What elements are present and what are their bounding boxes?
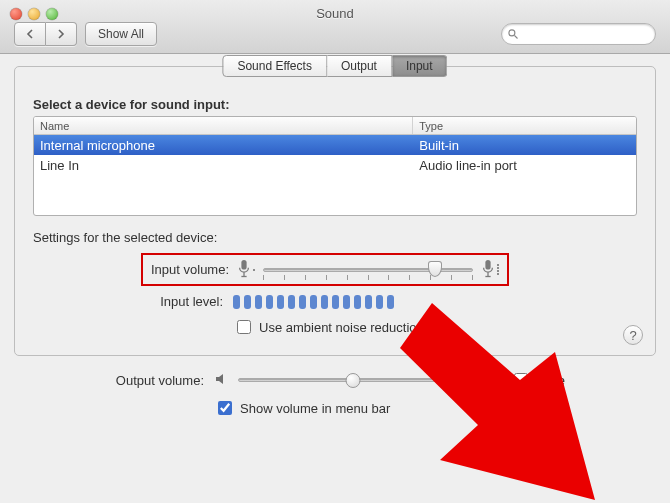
ambient-row: Use ambient noise reduction bbox=[33, 317, 637, 337]
input-devices-heading: Select a device for sound input: bbox=[33, 97, 637, 112]
ambient-checkbox-input[interactable] bbox=[237, 320, 251, 334]
tab-output[interactable]: Output bbox=[327, 55, 392, 77]
svg-point-0 bbox=[509, 29, 515, 35]
device-table: Name Type Internal microphone Built-in L… bbox=[33, 116, 637, 216]
ambient-checkbox-label: Use ambient noise reduction bbox=[259, 320, 424, 335]
col-header-name[interactable]: Name bbox=[34, 117, 413, 134]
menubar-row: Show volume in menu bar bbox=[14, 398, 656, 418]
table-row[interactable]: Line In Audio line-in port bbox=[34, 155, 636, 175]
device-type: Audio line-in port bbox=[413, 155, 636, 175]
nav-group bbox=[14, 22, 77, 46]
body: Sound Effects Output Input Select a devi… bbox=[0, 54, 670, 503]
menubar-label: Show volume in menu bar bbox=[240, 401, 390, 416]
mute-label: Mute bbox=[536, 373, 565, 388]
input-volume-row: Input volume: bbox=[33, 253, 637, 286]
forward-button[interactable] bbox=[46, 22, 77, 46]
output-volume-row: Output volume: Mute bbox=[14, 370, 656, 390]
speaker-high-icon bbox=[476, 371, 496, 390]
search-wrap bbox=[501, 23, 656, 45]
speaker-low-icon bbox=[214, 371, 230, 390]
svg-rect-2 bbox=[241, 260, 246, 270]
mute-checkbox[interactable]: Mute bbox=[510, 370, 565, 390]
input-volume-highlight: Input volume: bbox=[141, 253, 509, 286]
chevron-left-icon bbox=[25, 29, 35, 39]
tab-input[interactable]: Input bbox=[392, 55, 448, 77]
footer: Output volume: Mute Show volu bbox=[14, 370, 656, 418]
device-type: Built-in bbox=[413, 135, 636, 155]
preferences-pane: Sound Effects Output Input Select a devi… bbox=[14, 66, 656, 356]
chevron-right-icon bbox=[56, 29, 66, 39]
window-title: Sound bbox=[0, 6, 670, 21]
search-input[interactable] bbox=[501, 23, 656, 45]
output-volume-slider[interactable] bbox=[238, 371, 468, 389]
input-level-row: Input level: bbox=[33, 294, 637, 309]
menubar-checkbox[interactable]: Show volume in menu bar bbox=[214, 398, 390, 418]
device-name: Internal microphone bbox=[34, 135, 413, 155]
mic-high-icon bbox=[481, 259, 499, 280]
back-button[interactable] bbox=[14, 22, 46, 46]
input-volume-slider[interactable] bbox=[263, 261, 473, 279]
col-header-type[interactable]: Type bbox=[413, 117, 636, 134]
table-row[interactable]: Internal microphone Built-in bbox=[34, 135, 636, 155]
search-icon bbox=[507, 28, 519, 40]
input-volume-text: Input volume: bbox=[151, 262, 229, 277]
ambient-checkbox[interactable]: Use ambient noise reduction bbox=[233, 317, 424, 337]
output-volume-label: Output volume: bbox=[14, 373, 214, 388]
tabs: Sound Effects Output Input bbox=[222, 55, 447, 77]
mute-checkbox-input[interactable] bbox=[514, 373, 528, 387]
show-all-button[interactable]: Show All bbox=[85, 22, 157, 46]
help-button[interactable]: ? bbox=[623, 325, 643, 345]
tab-sound-effects[interactable]: Sound Effects bbox=[222, 55, 327, 77]
device-name: Line In bbox=[34, 155, 413, 175]
settings-heading: Settings for the selected device: bbox=[33, 230, 637, 245]
menubar-checkbox-input[interactable] bbox=[218, 401, 232, 415]
table-header: Name Type bbox=[34, 117, 636, 135]
input-level-label: Input level: bbox=[33, 294, 233, 309]
svg-rect-5 bbox=[485, 260, 490, 270]
mic-low-icon bbox=[237, 259, 255, 280]
table-empty-space bbox=[34, 175, 636, 215]
toolbar: Sound Show All bbox=[0, 0, 670, 54]
svg-line-1 bbox=[515, 35, 518, 38]
input-level-meter bbox=[233, 295, 394, 309]
